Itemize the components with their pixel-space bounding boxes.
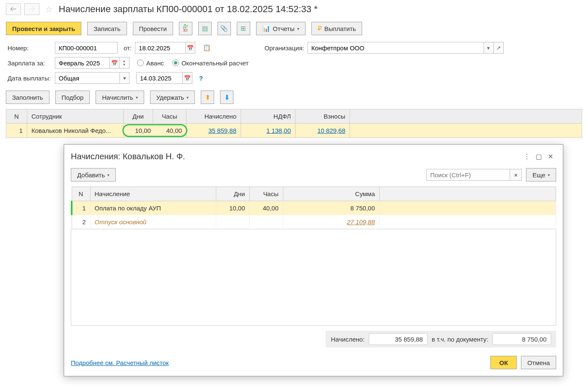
dt-kt-button[interactable]: ДтКт: [179, 22, 192, 35]
final-radio[interactable]: Окончательный расчет: [172, 60, 249, 67]
col-accrued: Начислено: [187, 109, 241, 124]
org-label: Организация:: [264, 44, 304, 52]
post-button[interactable]: Провести: [133, 22, 173, 35]
advance-radio[interactable]: Аванс: [137, 60, 164, 67]
col-days: Дни: [124, 109, 153, 124]
arrow-down-icon: ⬇: [224, 93, 230, 101]
chevron-down-icon: ▾: [187, 95, 189, 100]
paydate-label: Дата выплаты:: [8, 75, 52, 82]
table-row[interactable]: 1 Ковальков Николай Федо... 10,00 40,00 …: [6, 124, 582, 138]
pay-button[interactable]: ₽ Выплатить: [311, 22, 363, 35]
col-employee: Сотрудник: [27, 109, 124, 124]
fill-button[interactable]: Заполнить: [6, 91, 49, 104]
calendar-icon[interactable]: 📅: [109, 57, 119, 69]
arrow-up-icon: ⬆: [205, 93, 210, 101]
favorite-star-icon[interactable]: ☆: [45, 4, 53, 14]
dt-kt-icon: ДтКт: [183, 24, 188, 33]
withhold-button[interactable]: Удержать ▾: [150, 91, 195, 104]
reports-button[interactable]: 📊 Отчеты ▾: [256, 22, 306, 35]
forward-button[interactable]: 🡢: [24, 3, 39, 15]
salary-for-label: Зарплата за:: [8, 60, 52, 67]
col-hours: Часы: [153, 109, 187, 124]
save-button[interactable]: Записать: [87, 22, 127, 35]
move-up-button[interactable]: ⬆: [201, 91, 214, 104]
chevron-down-icon: ▾: [297, 26, 299, 31]
paydate-type-input[interactable]: [55, 72, 119, 84]
structure-button[interactable]: ⊞: [237, 22, 250, 35]
open-icon[interactable]: ↗: [494, 42, 504, 54]
period-input[interactable]: [55, 57, 109, 69]
employee-table: N Сотрудник Дни Часы Начислено НДФЛ Взно…: [6, 109, 582, 138]
date-input[interactable]: [135, 42, 185, 54]
chevron-down-icon[interactable]: ▾: [119, 72, 130, 84]
col-contrib: Взносы: [295, 109, 350, 124]
calendar-icon[interactable]: 📅: [182, 72, 192, 84]
chevron-down-icon[interactable]: ▾: [484, 42, 494, 54]
paperclip-icon: 📎: [220, 25, 228, 32]
structure-icon: ⊞: [241, 25, 246, 32]
from-label: от:: [124, 44, 132, 52]
org-input[interactable]: [308, 42, 484, 54]
calendar-icon[interactable]: 📅: [185, 42, 195, 54]
print-button[interactable]: ▤: [198, 22, 212, 35]
radio-icon: [137, 60, 144, 66]
ndfl-link[interactable]: 1 138,00: [267, 127, 291, 134]
contrib-link[interactable]: 10 829,68: [317, 127, 345, 134]
col-n: N: [6, 109, 27, 124]
accrue-button[interactable]: Начислить ▾: [96, 91, 144, 104]
document-icon: ▤: [202, 25, 208, 32]
col-ndfl: НДФЛ: [241, 109, 295, 124]
days-hours-highlight: 10,00 40,00: [122, 124, 187, 137]
back-button[interactable]: 🡠: [6, 3, 21, 15]
attach-button[interactable]: 📎: [218, 22, 231, 35]
page-title: Начисление зарплаты КП00-000001 от 18.02…: [59, 4, 318, 15]
number-input[interactable]: [55, 42, 118, 54]
number-label: Номер:: [8, 44, 52, 52]
radio-checked-icon: [172, 60, 179, 66]
chevron-down-icon: ▾: [136, 95, 138, 100]
pick-button[interactable]: Подбор: [55, 91, 90, 104]
move-down-button[interactable]: ⬇: [220, 91, 233, 104]
post-and-close-button[interactable]: Провести и закрыть: [6, 22, 81, 35]
accrued-link[interactable]: 35 859,88: [208, 127, 236, 134]
status-icon: 📋: [203, 44, 211, 52]
paydate-input[interactable]: [136, 72, 182, 84]
spin-icon[interactable]: ▴▾: [119, 57, 130, 69]
chart-icon: 📊: [262, 25, 270, 32]
coin-icon: ₽: [318, 25, 322, 32]
help-icon[interactable]: ?: [199, 75, 203, 82]
